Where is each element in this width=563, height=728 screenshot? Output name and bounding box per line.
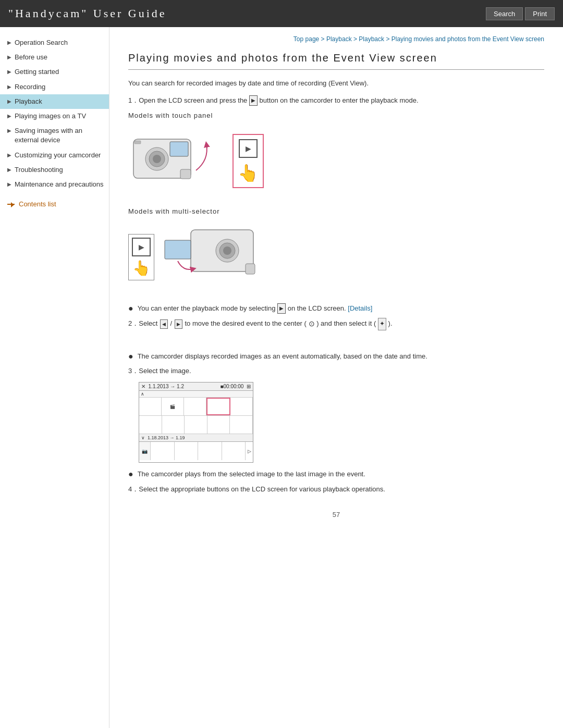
- camera-icon-cell: 📷: [139, 442, 151, 460]
- playback-button-icon: ▶: [249, 95, 258, 106]
- svg-rect-11: [165, 240, 191, 259]
- svg-rect-5: [180, 169, 191, 179]
- page-title: Playing movies and photos from the Event…: [128, 52, 544, 70]
- spacer: [128, 336, 544, 351]
- search-button[interactable]: Search: [486, 7, 523, 20]
- finger-press-icon-2: 👆: [132, 260, 151, 277]
- arrow-icon: ▶: [7, 152, 11, 159]
- bullet-auto-display: ● The camcorder displays recorded images…: [128, 351, 544, 362]
- step2-text2: /: [170, 319, 174, 327]
- sidebar-label: Customizing your camcorder: [15, 151, 104, 160]
- play-btn-icon-2: ▶: [132, 238, 151, 256]
- bullet2-text: The camcorder displays recorded images a…: [138, 351, 427, 362]
- play-btn-icon: ▶: [239, 139, 258, 158]
- center-target-icon: ⊙: [309, 320, 315, 328]
- pink-border-box: ▶ 👆: [232, 134, 264, 188]
- models-multi-selector-label: Models with multi-selector: [128, 207, 544, 215]
- step2-text5: ).: [388, 319, 393, 327]
- step3-text: 3．Select the image.: [128, 367, 191, 375]
- bullet-dot-3: ●: [128, 470, 133, 478]
- bullet1-text: You can enter the playback mode by selec…: [138, 303, 373, 314]
- step2-text: 2．Select: [128, 319, 160, 327]
- select-icon: ✦: [378, 318, 386, 330]
- details-link[interactable]: [Details]: [348, 304, 372, 312]
- step1-text: 1．Open the LCD screen and press the: [128, 96, 249, 104]
- camcorder-multi-svg: [160, 219, 269, 295]
- finger-press-icon: 👆: [238, 163, 259, 183]
- scroll-down-btn: ∨: [141, 435, 148, 440]
- sidebar-label: Maintenance and precautions: [15, 180, 104, 189]
- sidebar-item-troubleshooting[interactable]: ▶ Troubleshooting: [0, 163, 109, 177]
- image-row-bottom: 📷 ▷: [139, 442, 253, 460]
- step1-text2: button on the camcorder to enter the pla…: [260, 96, 419, 104]
- breadcrumb-separator: >: [386, 35, 391, 43]
- cell-b3: [198, 442, 222, 460]
- cell-8: [185, 416, 207, 434]
- step-4: 4．Select the appropriate buttons on the …: [128, 484, 544, 495]
- bullet-plays-from: ● The camcorder plays from the selected …: [128, 469, 544, 480]
- bullet3-text: The camcorder plays from the selected im…: [138, 469, 365, 480]
- right-arrow-icon: ▶: [175, 319, 182, 329]
- sidebar-item-getting-started[interactable]: ▶ Getting started: [0, 65, 109, 79]
- bullet-dot-2: ●: [128, 352, 133, 361]
- step-3: 3．Select the image.: [128, 366, 544, 377]
- sidebar-item-customizing[interactable]: ▶ Customizing your camcorder: [0, 148, 109, 163]
- sidebar-item-before-use[interactable]: ▶ Before use: [0, 50, 109, 65]
- sidebar-item-playback[interactable]: ▶ Playback: [0, 94, 109, 109]
- app-title: "Handycam" User Guide: [8, 7, 167, 20]
- breadcrumb-current[interactable]: Playing movies and photos from the Event…: [391, 35, 544, 43]
- cell-7: [162, 416, 185, 434]
- image-row-2: [139, 416, 253, 434]
- arrow-icon: ▶: [7, 166, 11, 174]
- arrow-icon: ▶: [7, 68, 11, 76]
- camcorder-touch-svg: [128, 124, 227, 199]
- cell-1: [139, 398, 162, 415]
- cell-9: [207, 416, 230, 434]
- arrow-icon: ▶: [7, 181, 11, 188]
- sidebar-label: Getting started: [15, 67, 104, 77]
- sidebar-item-playing-images-tv[interactable]: ▶ Playing images on a TV: [0, 109, 109, 124]
- svg-point-10: [223, 246, 231, 255]
- left-arrow-icon: ◀: [160, 319, 168, 329]
- bullet-dot: ●: [128, 304, 133, 313]
- step4-text: 4．Select the appropriate buttons on the …: [128, 485, 385, 493]
- svg-point-3: [153, 155, 161, 163]
- svg-rect-4: [170, 142, 188, 156]
- arrow-icon: ▶: [7, 83, 11, 91]
- sidebar-item-saving-images[interactable]: ▶ Saving images with an external device: [0, 124, 109, 147]
- svg-rect-12: [246, 264, 255, 274]
- sidebar-item-operation-search[interactable]: ▶ Operation Search: [0, 35, 109, 50]
- cell-3: [184, 398, 206, 415]
- print-button[interactable]: Print: [525, 7, 555, 20]
- sidebar-label: Saving images with an external device: [15, 126, 104, 145]
- contents-list-link[interactable]: Contents list: [0, 195, 109, 211]
- sidebar-item-maintenance[interactable]: ▶ Maintenance and precautions: [0, 177, 109, 192]
- sidebar-item-recording[interactable]: ▶ Recording: [0, 80, 109, 94]
- event-screen-top-left: ✕ 1.1.2013 → 1.2: [141, 384, 184, 389]
- arrow-icon: ▶: [7, 98, 11, 105]
- sidebar-label: Playing images on a TV: [15, 112, 104, 121]
- breadcrumb-top-page[interactable]: Top page: [293, 35, 319, 43]
- header: "Handycam" User Guide Search Print: [0, 0, 563, 27]
- playback-icon-inline: ▶: [277, 303, 286, 314]
- page-number: 57: [128, 511, 544, 519]
- sidebar-label: Before use: [15, 53, 104, 62]
- scroll-right-btn: ▷: [246, 442, 253, 460]
- breadcrumb-playback-2[interactable]: Playback: [359, 35, 384, 43]
- arrow-icon: ▶: [7, 39, 11, 46]
- breadcrumb-playback-1[interactable]: Playback: [326, 35, 352, 43]
- arrow-icon: ▶: [7, 127, 11, 134]
- event-screen-mid-bar: ∨ 1.18.2013 → 1.19: [139, 434, 253, 442]
- arrow-icon: ▶: [7, 54, 11, 61]
- sidebar-label: Operation Search: [15, 38, 104, 47]
- bullet-playback-mode: ● You can enter the playback mode by sel…: [128, 303, 544, 314]
- cell-b1: [151, 442, 175, 460]
- arrow-icon: ▶: [7, 113, 11, 120]
- sidebar: ▶ Operation Search ▶ Before use ▶ Gettin…: [0, 27, 109, 728]
- intro-text: You can search for recorded images by da…: [128, 78, 544, 89]
- scroll-up-btn: ∧: [139, 391, 253, 398]
- sidebar-label: Troubleshooting: [15, 165, 104, 175]
- cell-2: 🎬: [162, 398, 184, 415]
- multi-selector-box: ▶ 👆: [128, 234, 154, 280]
- cell-b2: [175, 442, 199, 460]
